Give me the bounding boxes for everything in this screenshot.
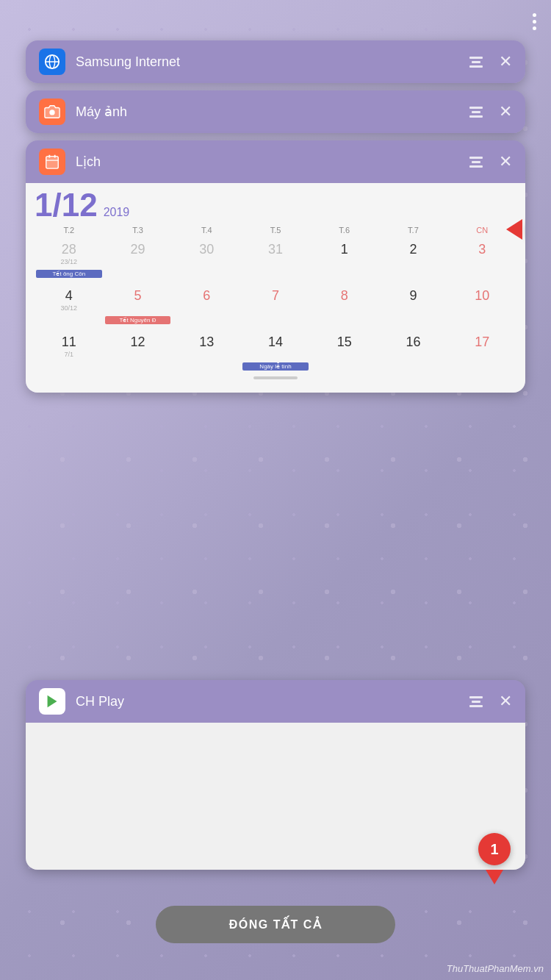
calendar-grid-row3: 11 7/1 12 13 14 Ngày lễ tình 15 16 bbox=[35, 332, 516, 372]
cal-sub-11: 7/1 bbox=[36, 351, 102, 358]
chplay-body bbox=[26, 723, 525, 870]
svg-rect-4 bbox=[46, 157, 59, 169]
header-actions-calendar: ✕ bbox=[469, 152, 512, 171]
calendar-month-header: 1/12 2019 bbox=[35, 189, 516, 221]
cal-cell-8[interactable]: 8 bbox=[310, 285, 379, 326]
watermark: ThuThuatPhanMem.vn bbox=[447, 963, 544, 974]
app-card-header-samsung-internet: Samsung Internet ✕ bbox=[26, 40, 525, 83]
calendar-body: 1/12 2019 T.2 T.3 T.4 T.5 T.6 T.7 CN 28 … bbox=[26, 183, 525, 393]
app-title-calendar: Lịch bbox=[76, 154, 469, 170]
cal-cell-9[interactable]: 9 bbox=[379, 285, 448, 326]
app-icon-camera bbox=[39, 99, 65, 125]
weekday-mon: T.2 bbox=[35, 224, 104, 236]
close-icon-samsung-internet[interactable]: ✕ bbox=[499, 52, 512, 71]
app-title-chplay: CH Play bbox=[76, 694, 469, 709]
cal-cell-10[interactable]: 10 bbox=[447, 285, 516, 326]
app-card-chplay[interactable]: CH Play ✕ bbox=[26, 680, 525, 870]
cal-date-30: 30 bbox=[173, 242, 240, 257]
app-card-header-camera: Máy ảnh ✕ bbox=[26, 90, 525, 133]
app-card-camera[interactable]: Máy ảnh ✕ bbox=[26, 90, 525, 133]
badge-1: 1 bbox=[478, 833, 511, 865]
svg-marker-8 bbox=[48, 695, 57, 708]
cal-cell-12[interactable]: 12 bbox=[104, 332, 173, 372]
cal-date-10: 10 bbox=[449, 288, 515, 304]
app-icon-samsung-internet bbox=[39, 49, 65, 75]
cal-cell-7[interactable]: 7 bbox=[241, 285, 310, 326]
close-icon-calendar[interactable]: ✕ bbox=[499, 152, 512, 171]
weekday-wed: T.4 bbox=[172, 224, 241, 236]
cal-cell-28[interactable]: 28 23/12 Tết ông Côn bbox=[35, 239, 104, 279]
cal-date-3: 3 bbox=[449, 242, 515, 257]
cal-event-tet-nguyen-dan: Tết Nguyên Đ bbox=[105, 316, 171, 324]
cal-cell-11[interactable]: 11 7/1 bbox=[35, 332, 104, 372]
close-icon-camera[interactable]: ✕ bbox=[499, 102, 512, 121]
split-icon-samsung-internet[interactable] bbox=[469, 57, 483, 68]
cal-date-1: 1 bbox=[311, 242, 378, 257]
cal-cell-16[interactable]: 16 bbox=[379, 332, 448, 372]
app-title-samsung-internet: Samsung Internet bbox=[76, 54, 469, 70]
cal-date-6: 6 bbox=[173, 288, 240, 304]
cal-cell-2[interactable]: 2 bbox=[379, 239, 448, 279]
arrow-1-down bbox=[486, 870, 503, 884]
cal-date-4: 4 bbox=[36, 288, 102, 304]
cal-date-9: 9 bbox=[381, 288, 447, 304]
arrow-2-indicator bbox=[506, 219, 522, 240]
weekday-thu: T.5 bbox=[241, 224, 310, 236]
app-card-samsung-internet[interactable]: Samsung Internet ✕ bbox=[26, 40, 525, 83]
cal-date-8: 8 bbox=[311, 288, 378, 304]
cal-cell-15[interactable]: 15 bbox=[310, 332, 379, 372]
cal-cell-5[interactable]: 5 Tết Nguyên Đ bbox=[104, 285, 173, 326]
cal-date-28: 28 bbox=[36, 242, 102, 257]
close-all-area: ĐÓNG TẤT CẢ bbox=[0, 906, 551, 943]
calendar-month-big: 1/12 bbox=[35, 189, 98, 221]
cal-date-17: 17 bbox=[449, 335, 515, 350]
calendar-grid-row1: 28 23/12 Tết ông Côn 29 30 31 1 2 bbox=[35, 239, 516, 279]
calendar-weekdays: T.2 T.3 T.4 T.5 T.6 T.7 CN bbox=[35, 224, 516, 236]
cal-cell-30[interactable]: 30 bbox=[172, 239, 241, 279]
split-icon-calendar[interactable] bbox=[469, 157, 483, 168]
cal-cell-29[interactable]: 29 bbox=[104, 239, 173, 279]
close-icon-chplay[interactable]: ✕ bbox=[499, 692, 512, 711]
split-icon-chplay[interactable] bbox=[469, 696, 483, 707]
close-all-button[interactable]: ĐÓNG TẤT CẢ bbox=[156, 906, 396, 943]
cal-cell-4[interactable]: 4 30/12 bbox=[35, 285, 104, 326]
cal-date-15: 15 bbox=[311, 335, 378, 350]
cal-date-31: 31 bbox=[242, 242, 309, 257]
cal-date-2: 2 bbox=[381, 242, 447, 257]
app-icon-chplay bbox=[39, 688, 65, 715]
cal-date-12: 12 bbox=[105, 335, 171, 350]
cal-cell-1[interactable]: 1 bbox=[310, 239, 379, 279]
cal-cell-13[interactable]: 13 bbox=[172, 332, 241, 372]
calendar-year: 2019 bbox=[104, 206, 130, 219]
app-card-header-calendar: Lịch ✕ bbox=[26, 140, 525, 183]
weekday-tue: T.3 bbox=[104, 224, 173, 236]
cal-date-13: 13 bbox=[173, 335, 240, 350]
calendar-grid-row2: 4 30/12 5 Tết Nguyên Đ 6 7 8 9 bbox=[35, 285, 516, 326]
cal-date-7: 7 bbox=[242, 288, 309, 304]
three-dots-menu[interactable] bbox=[533, 13, 536, 30]
cal-event-ngay-le-tinh: Ngày lễ tình bbox=[242, 362, 309, 371]
header-actions-chplay: ✕ bbox=[469, 692, 512, 711]
app-card-header-chplay: CH Play ✕ bbox=[26, 680, 525, 723]
cal-date-5: 5 bbox=[105, 288, 171, 304]
app-icon-calendar bbox=[39, 149, 65, 175]
cal-sub-28: 23/12 bbox=[36, 258, 102, 265]
recent-apps-container: Samsung Internet ✕ Máy ảnh bbox=[0, 40, 551, 980]
cal-date-14: 14 bbox=[242, 335, 309, 350]
weekday-sat: T.7 bbox=[379, 224, 448, 236]
cal-cell-17[interactable]: 17 bbox=[447, 332, 516, 372]
cal-date-16: 16 bbox=[381, 335, 447, 350]
split-icon-camera[interactable] bbox=[469, 107, 483, 118]
app-card-calendar[interactable]: Lịch ✕ 1/12 2019 T.2 T.3 T.4 T.5 bbox=[26, 140, 525, 393]
header-actions-camera: ✕ bbox=[469, 102, 512, 121]
weekday-fri: T.6 bbox=[310, 224, 379, 236]
cal-cell-14[interactable]: 14 Ngày lễ tình bbox=[241, 332, 310, 372]
header-actions-samsung-internet: ✕ bbox=[469, 52, 512, 71]
cal-event-tet-ong-con: Tết ông Côn bbox=[36, 270, 102, 278]
cal-cell-31[interactable]: 31 bbox=[241, 239, 310, 279]
app-title-camera: Máy ảnh bbox=[76, 104, 469, 120]
cal-cell-6[interactable]: 6 bbox=[172, 285, 241, 326]
cal-date-29: 29 bbox=[105, 242, 171, 257]
cal-date-11: 11 bbox=[36, 335, 102, 350]
cal-sub-4: 30/12 bbox=[36, 304, 102, 312]
